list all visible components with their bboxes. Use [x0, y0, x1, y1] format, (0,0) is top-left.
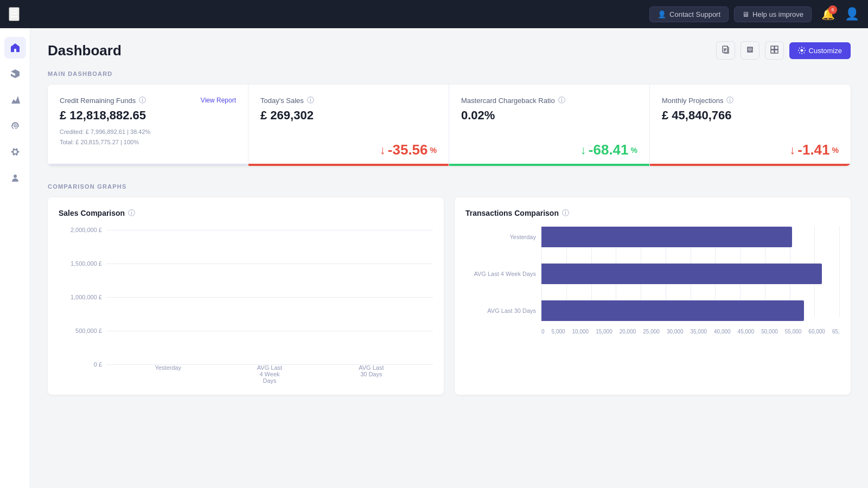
y-label-500k: 500,000 £: [59, 328, 102, 334]
help-icon-credit[interactable]: ⓘ: [139, 95, 146, 105]
credit-bar: [48, 164, 248, 166]
help-icon-chargeback[interactable]: ⓘ: [558, 95, 565, 105]
monthly-change-value: -1.41: [797, 142, 829, 158]
sales-bar-chart: 2,000,000 £ 1,500,000 £ 1,000,000 £: [59, 227, 433, 384]
svg-point-12: [800, 49, 803, 52]
x-tick-30k: 30,000: [667, 329, 684, 335]
page-title: Dashboard: [48, 42, 122, 59]
sales-comparison-card: Sales Comparison ⓘ 2,000,000 £ 1,500,000…: [48, 197, 444, 395]
main-layout: Dashboard Customize MAIN DASHBOARD: [0, 28, 868, 488]
header-actions: Customize: [716, 41, 851, 60]
pdf-icon: [722, 46, 730, 54]
chargeback-card-title: Mastercard Chargeback Ratio: [461, 97, 555, 105]
x-tick-15k: 15,000: [596, 329, 612, 335]
y-label-1m: 1,000,000 £: [59, 294, 102, 300]
contact-support-button[interactable]: 👤 Contact Support: [649, 7, 729, 22]
export-pdf-button[interactable]: [716, 41, 735, 60]
stat-card-sales: Today's Sales ⓘ £ 269,302 ↓ -35.56%: [248, 85, 449, 166]
svg-rect-2: [723, 46, 727, 53]
svg-rect-10: [771, 50, 774, 53]
sidebar-item-chart[interactable]: [4, 89, 26, 111]
sidebar-item-fingerprint[interactable]: [4, 115, 26, 137]
topnav-right: 👤 Contact Support 🖥 Help us improve 🔔 6 …: [649, 5, 859, 23]
stat-card-credit: Credit Remaining Funds ⓘ View Report £ 1…: [48, 85, 248, 166]
help-icon-monthly[interactable]: ⓘ: [726, 95, 733, 105]
x-tick-40k: 40,000: [714, 329, 731, 335]
monthly-arrow-icon: ↓: [789, 143, 795, 157]
stat-cards: Credit Remaining Funds ⓘ View Report £ 1…: [48, 85, 851, 166]
vchart-x-labels: Yesterday AVG Last 4 Week Days AVG Last …: [106, 364, 433, 384]
sales-card-title: Today's Sales: [260, 97, 304, 105]
x-label-avg4w: AVG Last 4 Week Days: [255, 364, 284, 384]
main-dashboard-label: MAIN DASHBOARD: [48, 70, 851, 77]
chargeback-value: 0.02%: [461, 108, 637, 123]
vchart-bars: [106, 227, 433, 368]
hchart-x-axis: 0 5,000 10,000 15,000 20,000 25,000 30,0…: [541, 325, 840, 335]
help-improve-button[interactable]: 🖥 Help us improve: [734, 7, 812, 22]
sidebar-item-settings[interactable]: [4, 141, 26, 163]
hbar-row-avg30d: AVG Last 30 Days: [541, 300, 840, 321]
view-report-link[interactable]: View Report: [201, 97, 236, 104]
y-label-2m: 2,000,000 £: [59, 227, 102, 233]
svg-rect-8: [771, 46, 774, 49]
x-label-yesterday: Yesterday: [154, 364, 183, 384]
x-tick-65k: 65,: [832, 329, 840, 335]
customize-icon: [798, 47, 806, 54]
chargeback-bar: [449, 164, 649, 166]
print-button[interactable]: [741, 41, 760, 60]
chargeback-arrow-icon: ↓: [580, 143, 586, 157]
stat-card-header-chargeback: Mastercard Chargeback Ratio ⓘ: [461, 95, 637, 105]
credit-sub: Credited: £ 7,996,892.61 | 38.42% Total:…: [60, 127, 236, 147]
menu-button[interactable]: ☰: [9, 7, 20, 21]
feedback-icon: 🖥: [742, 10, 749, 18]
graphs-row: Sales Comparison ⓘ 2,000,000 £ 1,500,000…: [48, 197, 851, 395]
monthly-bar: [650, 164, 851, 166]
svg-point-1: [14, 175, 17, 178]
sidebar-item-home[interactable]: [4, 37, 26, 59]
x-tick-35k: 35,000: [690, 329, 707, 335]
user-avatar-button[interactable]: 👤: [845, 7, 859, 21]
svg-point-0: [14, 125, 16, 127]
y-label-1_5m: 1,500,000 £: [59, 260, 102, 267]
x-tick-0: 0: [541, 329, 545, 335]
hbar-yesterday-fill: [541, 227, 792, 247]
svg-rect-9: [775, 46, 778, 49]
x-tick-55k: 55,000: [785, 329, 802, 335]
svg-rect-11: [775, 50, 778, 53]
y-label-0: 0 £: [59, 361, 102, 368]
stat-card-monthly: Monthly Projections ⓘ £ 45,840,766 ↓ -1.…: [650, 85, 851, 166]
monthly-card-title: Monthly Projections: [662, 97, 723, 105]
comparison-graphs-label: COMPARISON GRAPHS: [48, 183, 851, 190]
svg-rect-7: [749, 50, 751, 52]
sales-chart-title: Sales Comparison: [59, 209, 125, 217]
chargeback-change-value: -68.41: [589, 142, 629, 158]
topnav-left: ☰: [9, 7, 20, 21]
sidebar-item-layers[interactable]: [4, 63, 26, 85]
topnav: ☰ 👤 Contact Support 🖥 Help us improve 🔔 …: [0, 0, 868, 28]
transactions-chart-header: Transactions Comparison ⓘ: [465, 208, 840, 218]
transactions-chart-title: Transactions Comparison: [465, 209, 559, 217]
customize-button[interactable]: Customize: [789, 42, 851, 59]
sales-change-value: -35.56: [388, 142, 428, 158]
print-icon: [746, 46, 754, 54]
sales-arrow-icon: ↓: [380, 143, 386, 157]
transactions-bar-chart: Yesterday AVG Last 4 Week Days AVG Last …: [465, 227, 840, 335]
help-icon-sales-chart[interactable]: ⓘ: [128, 208, 135, 218]
credit-value: £ 12,818,882.65: [60, 108, 236, 123]
notifications-button[interactable]: 🔔 6: [817, 5, 839, 23]
x-tick-60k: 60,000: [808, 329, 825, 335]
help-icon-transactions-chart[interactable]: ⓘ: [562, 208, 569, 218]
hbar-row-avg4w: AVG Last 4 Week Days: [541, 264, 840, 284]
sales-value: £ 269,302: [260, 108, 437, 123]
grid-icon: [770, 46, 778, 54]
credit-card-title: Credit Remaining Funds: [60, 97, 136, 105]
support-icon: 👤: [658, 10, 666, 18]
grid-view-button[interactable]: [765, 41, 784, 60]
sales-chart-header: Sales Comparison ⓘ: [59, 208, 433, 218]
help-icon-sales[interactable]: ⓘ: [307, 95, 314, 105]
x-tick-5k: 5,000: [552, 329, 565, 335]
sidebar: [0, 28, 30, 488]
sidebar-item-user[interactable]: [4, 167, 26, 189]
hbar-avg30d-fill: [541, 300, 804, 321]
x-tick-20k: 20,000: [620, 329, 636, 335]
